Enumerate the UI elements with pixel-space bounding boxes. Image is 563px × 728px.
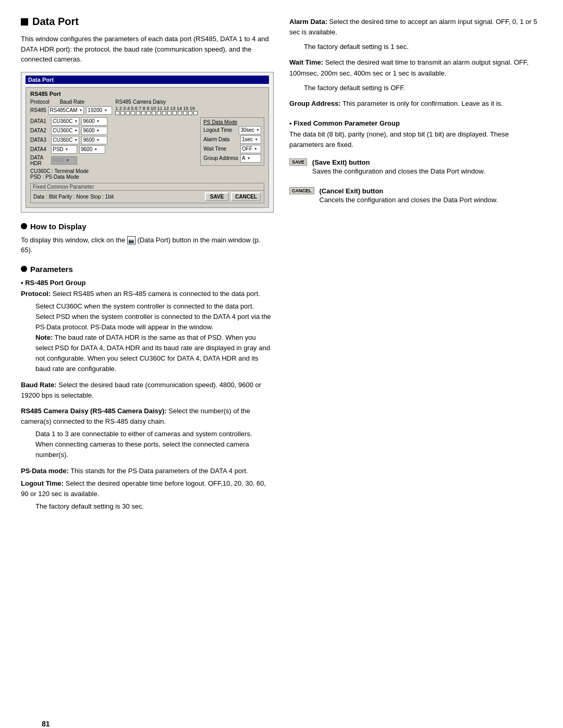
protocol-col-label: Protocol — [30, 99, 50, 105]
data-section-main: DATA1 CU360C 9600 DATA2 CU360C 9600 — [30, 117, 264, 180]
daisy-cb-2[interactable] — [120, 111, 125, 115]
save-exit-row: SAVE (Save Exit) button Saves the config… — [289, 158, 542, 181]
cancel-exit-description: (Cancel Exit) button Cancels the configu… — [320, 187, 498, 209]
daisy-cb-13[interactable] — [178, 111, 182, 115]
daisy-cb-7[interactable] — [146, 111, 151, 115]
protocol-text: Protocol: Select RS485 when an RS-485 ca… — [21, 289, 274, 299]
cancel-exit-row: CANCEL (Cancel Exit) button Cancels the … — [289, 187, 542, 209]
data3-label: DATA3 — [30, 137, 49, 143]
fixed-common-box: Fixed Common Parameter Data : 8bit Parit… — [30, 183, 264, 203]
note-psd: PSD : PS·Data Mode — [30, 174, 195, 180]
protocol-text3: Select PSD when the system controller is… — [35, 312, 274, 332]
dialog-inner: RS485 Port Protocol Baud Rate RS485 — [26, 87, 269, 208]
section-title-text: Data Port — [32, 16, 79, 28]
ps-data-main-text: This stands for the PS·Data parameters o… — [70, 467, 248, 475]
note-text: The baud rate of DATA HDR is the same as… — [35, 334, 270, 373]
note-label-bold: Note: — [35, 334, 53, 341]
rs485-row: RS485 RS485CAM 19200 — [30, 106, 112, 115]
daisy-cb-4[interactable] — [131, 111, 135, 115]
ps-data-wait-label: Wait Time — [203, 146, 226, 152]
save-exit-heading: (Save Exit) button — [312, 158, 370, 166]
ps-data-alarm-select[interactable]: 1sec — [240, 135, 261, 144]
daisy-cb-11[interactable] — [167, 111, 172, 115]
logout-label-bold: Logout Time: — [21, 479, 64, 487]
data1-baud-select[interactable]: 9600 — [81, 117, 107, 126]
daisy-text2: Data 1 to 3 are connectable to either of… — [35, 429, 274, 439]
data4-protocol-select[interactable]: PSD — [51, 145, 77, 154]
dialog-title-bar: Data Port — [26, 76, 269, 84]
data-port-button-icon: 📷 — [127, 236, 136, 244]
baud-rate-col-label: Baud Rate — [60, 99, 84, 105]
port-header-left: Protocol Baud Rate RS485 RS485CAM 19200 — [30, 99, 112, 115]
data-rows-col: DATA1 CU360C 9600 DATA2 CU360C 9600 — [30, 117, 195, 180]
ps-data-logout-row: Logout Time 30sec — [203, 126, 261, 134]
fixed-common-content: Data : 8bit Parity : None Stop : 1bit SA… — [31, 191, 264, 203]
data-hdr-baud-select: 9500 — [51, 156, 77, 165]
parameters-title: Parameters — [21, 265, 274, 274]
data2-label: DATA2 — [30, 128, 49, 133]
daisy-cb-10[interactable] — [162, 111, 166, 115]
daisy-cb-5[interactable] — [136, 111, 140, 115]
ps-data-wait-select[interactable]: OFF — [240, 145, 261, 153]
section-square-icon — [21, 18, 28, 26]
protocol-param: Protocol: Select RS485 when an RS-485 ca… — [21, 289, 274, 375]
protocol-note: Note: The baud rate of DATA HDR is the s… — [35, 332, 274, 375]
daisy-cb-3[interactable] — [126, 111, 130, 115]
save-button[interactable]: SAVE — [205, 192, 229, 201]
data2-baud-select[interactable]: 9600 — [81, 127, 107, 135]
ps-data-group-row: Group Address A — [203, 154, 261, 163]
ps-data-mode-title: PS Data Mode — [203, 119, 261, 125]
data3-protocol-select[interactable]: CU360C — [51, 136, 79, 144]
data1-label: DATA1 — [30, 118, 49, 124]
daisy-cb-15[interactable] — [188, 111, 192, 115]
section-title: Data Port — [21, 16, 274, 28]
ps-data-group-select[interactable]: A — [240, 154, 261, 163]
logout-text: Logout Time: Select the desired operable… — [21, 478, 274, 499]
ps-data-mode-box: PS Data Mode Logout Time 30sec Alarm Dat… — [198, 117, 264, 180]
protocol-text1: Select RS485 when an RS-485 camera is co… — [53, 290, 260, 298]
data1-protocol-select[interactable]: CU360C — [51, 117, 79, 126]
rs485-daisy-area: RS485 Camera Daisy 1 2 3 4 5 6 7 8 9 10 … — [115, 99, 264, 115]
daisy-cb-1[interactable] — [115, 111, 119, 115]
daisy-cb-12[interactable] — [173, 111, 177, 115]
group-address-text: This parameter is only for confirmation.… — [342, 100, 503, 107]
baud-label-bold: Baud Rate: — [21, 381, 57, 389]
rs485-port-label-small: RS485 — [30, 107, 46, 113]
daisy-cb-16[interactable] — [193, 111, 198, 115]
daisy-label-bold: RS485 Camera Daisy (RS-485 Camera Daisy)… — [21, 407, 167, 415]
wait-time-label: Wait Time: — [289, 58, 323, 66]
daisy-param: RS485 Camera Daisy (RS-485 Camera Daisy)… — [21, 406, 274, 461]
how-to-display-text-part1: To display this window, click on the — [21, 236, 125, 244]
dialog-buttons: SAVE CANCEL — [205, 192, 261, 201]
protocol-label-bold: Protocol: — [21, 290, 51, 298]
ps-data-alarm-label: Alarm Data — [203, 137, 229, 142]
data3-baud-select[interactable]: 9600 — [81, 136, 107, 144]
cancel-exit-heading: (Cancel Exit) button — [320, 187, 384, 195]
daisy-cb-14[interactable] — [183, 111, 187, 115]
cancel-button[interactable]: CANCEL — [231, 192, 261, 201]
bullet-circle-1 — [21, 223, 27, 229]
baud-rate-text: Baud Rate: Select the desired baud rate … — [21, 380, 274, 401]
note-cu360c: CU360C : Terminal Mode — [30, 168, 195, 174]
rs485-baud-select[interactable]: 19200 — [86, 106, 112, 115]
daisy-cb-6[interactable] — [141, 111, 145, 115]
wait-time-default: The factory default setting is OFF. — [304, 83, 542, 93]
save-btn-label: SAVE — [289, 158, 307, 166]
data-hdr-label: DATA HDR — [30, 155, 49, 166]
data2-protocol-select[interactable]: CU360C — [51, 127, 79, 135]
rs485-protocol-select[interactable]: RS485CAM — [48, 106, 84, 115]
rs485-heading-bullet: • — [21, 279, 25, 287]
daisy-cb-8[interactable] — [152, 111, 156, 115]
fixed-common-section: • Fixed Common Parameter Group The data … — [289, 119, 542, 150]
ps-data-label-bold: PS·Data mode: — [21, 467, 69, 475]
rs485-port-label: RS485 Port — [30, 91, 264, 97]
alarm-data-param: Alarm Data: Select the desired time to a… — [289, 17, 542, 38]
daisy-cb-9[interactable] — [157, 111, 161, 115]
ps-data-logout-select[interactable]: 30sec — [239, 126, 261, 134]
cancel-exit-text: Cancels the configuration and closes the… — [320, 195, 498, 205]
ps-data-param: PS·Data mode: This stands for the PS·Dat… — [21, 466, 274, 512]
cancel-btn-label: CANCEL — [289, 187, 314, 194]
data4-row: DATA4 PSD 9600 — [30, 145, 195, 154]
data4-baud-select[interactable]: 9600 — [79, 145, 105, 154]
daisy-text3: When connecting cameras to these ports, … — [35, 439, 274, 460]
